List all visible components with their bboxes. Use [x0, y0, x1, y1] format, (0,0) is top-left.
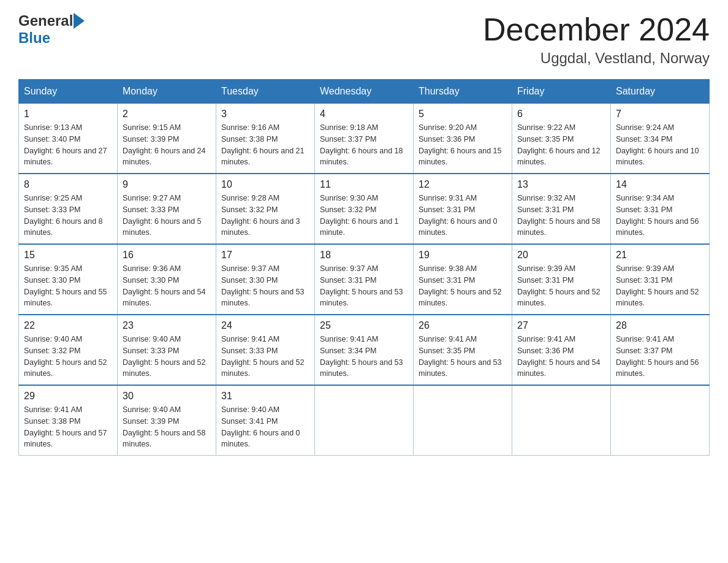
day-number: 30: [123, 391, 211, 402]
col-header-thursday: Thursday: [414, 80, 512, 104]
day-number: 7: [616, 109, 704, 120]
day-info: Sunrise: 9:15 AMSunset: 3:39 PMDaylight:…: [123, 122, 211, 168]
day-info: Sunrise: 9:13 AMSunset: 3:40 PMDaylight:…: [24, 122, 112, 168]
calendar-cell: 5Sunrise: 9:20 AMSunset: 3:36 PMDaylight…: [414, 104, 512, 174]
day-number: 3: [221, 109, 309, 120]
logo: General Blue: [18, 12, 85, 47]
day-number: 14: [616, 179, 704, 190]
day-number: 16: [123, 250, 211, 261]
calendar-cell: 11Sunrise: 9:30 AMSunset: 3:32 PMDayligh…: [315, 174, 414, 244]
day-info: Sunrise: 9:20 AMSunset: 3:36 PMDaylight:…: [419, 122, 507, 168]
calendar-cell: 7Sunrise: 9:24 AMSunset: 3:34 PMDaylight…: [611, 104, 710, 174]
day-info: Sunrise: 9:41 AMSunset: 3:34 PMDaylight:…: [320, 334, 408, 380]
calendar-week-row: 1Sunrise: 9:13 AMSunset: 3:40 PMDaylight…: [19, 104, 710, 174]
day-info: Sunrise: 9:37 AMSunset: 3:31 PMDaylight:…: [320, 263, 408, 309]
calendar-cell: 15Sunrise: 9:35 AMSunset: 3:30 PMDayligh…: [19, 244, 118, 315]
day-info: Sunrise: 9:41 AMSunset: 3:37 PMDaylight:…: [616, 334, 704, 380]
calendar-cell: 16Sunrise: 9:36 AMSunset: 3:30 PMDayligh…: [118, 244, 216, 315]
day-number: 21: [616, 250, 704, 261]
location-title: Uggdal, Vestland, Norway: [483, 50, 710, 67]
calendar-table: SundayMondayTuesdayWednesdayThursdayFrid…: [18, 79, 710, 456]
calendar-cell: 30Sunrise: 9:40 AMSunset: 3:39 PMDayligh…: [118, 385, 216, 456]
day-info: Sunrise: 9:30 AMSunset: 3:32 PMDaylight:…: [320, 193, 408, 239]
calendar-cell: 21Sunrise: 9:39 AMSunset: 3:31 PMDayligh…: [611, 244, 710, 315]
calendar-cell: 18Sunrise: 9:37 AMSunset: 3:31 PMDayligh…: [315, 244, 414, 315]
day-info: Sunrise: 9:25 AMSunset: 3:33 PMDaylight:…: [24, 193, 112, 239]
title-section: December 2024 Uggdal, Vestland, Norway: [483, 12, 710, 67]
day-info: Sunrise: 9:31 AMSunset: 3:31 PMDaylight:…: [419, 193, 507, 239]
calendar-cell: 14Sunrise: 9:34 AMSunset: 3:31 PMDayligh…: [611, 174, 710, 244]
day-info: Sunrise: 9:39 AMSunset: 3:31 PMDaylight:…: [616, 263, 704, 309]
day-number: 29: [24, 391, 112, 402]
calendar-cell: 26Sunrise: 9:41 AMSunset: 3:35 PMDayligh…: [414, 315, 512, 385]
day-info: Sunrise: 9:38 AMSunset: 3:31 PMDaylight:…: [419, 263, 507, 309]
day-info: Sunrise: 9:41 AMSunset: 3:35 PMDaylight:…: [419, 334, 507, 380]
day-info: Sunrise: 9:27 AMSunset: 3:33 PMDaylight:…: [123, 193, 211, 239]
day-number: 13: [517, 179, 605, 190]
day-number: 18: [320, 250, 408, 261]
col-header-tuesday: Tuesday: [216, 80, 315, 104]
calendar-cell: [315, 385, 414, 456]
day-number: 17: [221, 250, 309, 261]
day-info: Sunrise: 9:35 AMSunset: 3:30 PMDaylight:…: [24, 263, 112, 309]
day-info: Sunrise: 9:32 AMSunset: 3:31 PMDaylight:…: [517, 193, 605, 239]
calendar-week-row: 29Sunrise: 9:41 AMSunset: 3:38 PMDayligh…: [19, 385, 710, 456]
calendar-week-row: 8Sunrise: 9:25 AMSunset: 3:33 PMDaylight…: [19, 174, 710, 244]
day-number: 27: [517, 320, 605, 331]
calendar-cell: 8Sunrise: 9:25 AMSunset: 3:33 PMDaylight…: [19, 174, 118, 244]
calendar-cell: 24Sunrise: 9:41 AMSunset: 3:33 PMDayligh…: [216, 315, 315, 385]
day-info: Sunrise: 9:41 AMSunset: 3:38 PMDaylight:…: [24, 404, 112, 450]
calendar-cell: [414, 385, 512, 456]
day-info: Sunrise: 9:40 AMSunset: 3:32 PMDaylight:…: [24, 334, 112, 380]
calendar-cell: 31Sunrise: 9:40 AMSunset: 3:41 PMDayligh…: [216, 385, 315, 456]
day-info: Sunrise: 9:24 AMSunset: 3:34 PMDaylight:…: [616, 122, 704, 168]
calendar-cell: 25Sunrise: 9:41 AMSunset: 3:34 PMDayligh…: [315, 315, 414, 385]
day-number: 22: [24, 320, 112, 331]
calendar-cell: 23Sunrise: 9:40 AMSunset: 3:33 PMDayligh…: [118, 315, 216, 385]
col-header-friday: Friday: [512, 80, 611, 104]
day-info: Sunrise: 9:36 AMSunset: 3:30 PMDaylight:…: [123, 263, 211, 309]
calendar-cell: [512, 385, 611, 456]
col-header-wednesday: Wednesday: [315, 80, 414, 104]
calendar-cell: 29Sunrise: 9:41 AMSunset: 3:38 PMDayligh…: [19, 385, 118, 456]
day-number: 20: [517, 250, 605, 261]
day-info: Sunrise: 9:22 AMSunset: 3:35 PMDaylight:…: [517, 122, 605, 168]
day-number: 19: [419, 250, 507, 261]
day-info: Sunrise: 9:41 AMSunset: 3:33 PMDaylight:…: [221, 334, 309, 380]
day-info: Sunrise: 9:37 AMSunset: 3:30 PMDaylight:…: [221, 263, 309, 309]
day-info: Sunrise: 9:40 AMSunset: 3:39 PMDaylight:…: [123, 404, 211, 450]
calendar-week-row: 22Sunrise: 9:40 AMSunset: 3:32 PMDayligh…: [19, 315, 710, 385]
calendar-cell: 4Sunrise: 9:18 AMSunset: 3:37 PMDaylight…: [315, 104, 414, 174]
day-number: 1: [24, 109, 112, 120]
day-number: 11: [320, 179, 408, 190]
day-number: 10: [221, 179, 309, 190]
calendar-cell: 6Sunrise: 9:22 AMSunset: 3:35 PMDaylight…: [512, 104, 611, 174]
day-info: Sunrise: 9:18 AMSunset: 3:37 PMDaylight:…: [320, 122, 408, 168]
day-number: 12: [419, 179, 507, 190]
page-header: General Blue December 2024 Uggdal, Vestl…: [18, 12, 710, 67]
calendar-cell: 27Sunrise: 9:41 AMSunset: 3:36 PMDayligh…: [512, 315, 611, 385]
day-number: 31: [221, 391, 309, 402]
calendar-cell: 28Sunrise: 9:41 AMSunset: 3:37 PMDayligh…: [611, 315, 710, 385]
calendar-cell: 19Sunrise: 9:38 AMSunset: 3:31 PMDayligh…: [414, 244, 512, 315]
calendar-cell: [611, 385, 710, 456]
day-number: 23: [123, 320, 211, 331]
day-number: 8: [24, 179, 112, 190]
calendar-header-row: SundayMondayTuesdayWednesdayThursdayFrid…: [19, 80, 710, 104]
logo-triangle-icon: [74, 13, 85, 29]
calendar-cell: 12Sunrise: 9:31 AMSunset: 3:31 PMDayligh…: [414, 174, 512, 244]
day-info: Sunrise: 9:40 AMSunset: 3:33 PMDaylight:…: [123, 334, 211, 380]
day-number: 5: [419, 109, 507, 120]
calendar-cell: 20Sunrise: 9:39 AMSunset: 3:31 PMDayligh…: [512, 244, 611, 315]
day-info: Sunrise: 9:40 AMSunset: 3:41 PMDaylight:…: [221, 404, 309, 450]
day-number: 15: [24, 250, 112, 261]
day-number: 9: [123, 179, 211, 190]
day-info: Sunrise: 9:39 AMSunset: 3:31 PMDaylight:…: [517, 263, 605, 309]
calendar-cell: 9Sunrise: 9:27 AMSunset: 3:33 PMDaylight…: [118, 174, 216, 244]
calendar-cell: 10Sunrise: 9:28 AMSunset: 3:32 PMDayligh…: [216, 174, 315, 244]
calendar-cell: 3Sunrise: 9:16 AMSunset: 3:38 PMDaylight…: [216, 104, 315, 174]
calendar-week-row: 15Sunrise: 9:35 AMSunset: 3:30 PMDayligh…: [19, 244, 710, 315]
day-number: 25: [320, 320, 408, 331]
calendar-cell: 2Sunrise: 9:15 AMSunset: 3:39 PMDaylight…: [118, 104, 216, 174]
day-number: 2: [123, 109, 211, 120]
